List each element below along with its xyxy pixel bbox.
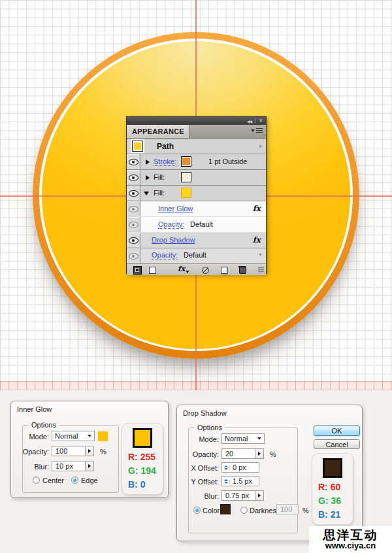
y-offset-input[interactable]: 1.5 px	[221, 476, 259, 486]
glow-rgb-swatch	[133, 428, 152, 448]
collapse-panel-icon[interactable]: ◀◀	[247, 119, 252, 124]
mode-select[interactable]: Normal	[221, 433, 265, 444]
appearance-row-fill-2[interactable]: Fill:	[127, 186, 266, 201]
stroke-detail: 1 pt Outside	[208, 158, 247, 165]
opacity-field-group: 20	[221, 448, 264, 459]
panel-menu-icon[interactable]	[251, 128, 263, 133]
visibility-toggle[interactable]	[127, 248, 140, 263]
visibility-toggle[interactable]	[127, 233, 140, 248]
close-panel-icon[interactable]: ×	[259, 118, 263, 124]
opacity-input[interactable]: 20	[221, 448, 255, 459]
eye-icon	[129, 175, 139, 181]
eye-icon	[129, 253, 139, 260]
fx-indicator-icon: fx	[253, 204, 261, 213]
expand-triangle-icon[interactable]	[146, 175, 150, 180]
dialog-title: Drop Shadow	[183, 409, 227, 417]
rgb-g-value: G: 36	[318, 495, 341, 506]
blur-label: Blur:	[11, 463, 49, 471]
options-label: Options	[29, 421, 59, 429]
appearance-row-path[interactable]: Path ▲	[127, 139, 266, 154]
y-offset-field-group: 1.5 px	[221, 476, 259, 486]
darkness-input: 100	[276, 504, 299, 514]
panel-footer: fx	[127, 263, 266, 275]
appearance-row-drop-shadow[interactable]: Drop Shadow fx	[127, 233, 266, 248]
percent-label: %	[270, 450, 276, 458]
scroll-up-icon[interactable]: ▲	[258, 143, 263, 148]
stroke-link[interactable]: Stroke:	[154, 158, 176, 166]
visibility-toggle[interactable]	[127, 201, 140, 216]
stroke-color-swatch[interactable]	[181, 156, 191, 167]
color-radio-label[interactable]: Color:	[203, 507, 221, 514]
darkness-radio[interactable]	[240, 507, 248, 514]
add-new-stroke-icon[interactable]	[133, 266, 142, 275]
fill-color-swatch[interactable]	[181, 188, 191, 198]
appearance-row-fill-1[interactable]: Fill:	[127, 170, 266, 186]
add-new-fill-icon[interactable]	[149, 267, 156, 274]
edge-radio[interactable]	[71, 477, 78, 484]
spinner-icon[interactable]	[222, 479, 230, 484]
rgb-g-value: G: 194	[128, 465, 156, 476]
cancel-button[interactable]: Cancel	[314, 439, 360, 449]
chevron-down-icon[interactable]	[85, 435, 94, 437]
center-radio-label[interactable]: Center	[42, 477, 64, 484]
rgb-r-value: R: 60	[318, 482, 340, 492]
drop-shadow-link[interactable]: Drop Shadow	[152, 236, 195, 244]
color-radio[interactable]	[193, 507, 201, 514]
appearance-row-inner-glow[interactable]: Inner Glow fx	[127, 201, 266, 217]
rgb-b-value: B: 21	[318, 509, 340, 520]
ok-button[interactable]: OK	[314, 426, 360, 436]
expand-triangle-icon[interactable]	[146, 159, 150, 165]
slider-popup-icon[interactable]	[255, 490, 264, 501]
x-offset-input[interactable]: 0 px	[221, 462, 259, 473]
inner-glow-link[interactable]: Inner Glow	[158, 205, 193, 212]
appearance-row-opacity-object[interactable]: Opacity: Default ▼	[127, 248, 266, 263]
path-label: Path	[157, 142, 174, 151]
rgb-r-value: R: 255	[128, 452, 155, 462]
opacity-link[interactable]: Opacity:	[158, 220, 184, 229]
opacity-link[interactable]: Opacity:	[152, 251, 178, 260]
opacity-label: Opacity:	[177, 450, 219, 458]
tab-appearance-label: APPEARANCE	[132, 127, 184, 135]
add-new-effect-icon[interactable]: fx	[178, 265, 189, 273]
scroll-down-icon[interactable]: ▼	[258, 252, 263, 257]
opacity-input[interactable]: 100	[52, 446, 86, 456]
visibility-toggle[interactable]	[127, 170, 140, 185]
fill-label: Fill:	[154, 173, 165, 181]
appearance-row-stroke[interactable]: Stroke: 1 pt Outside	[127, 154, 266, 170]
titlebar-divider	[255, 118, 255, 124]
blur-input[interactable]: 10 px	[52, 461, 86, 471]
visibility-toggle[interactable]	[127, 217, 140, 232]
slider-popup-icon[interactable]	[86, 446, 94, 456]
glow-color-swatch[interactable]	[98, 431, 108, 441]
blur-field-group: 0.75 px	[221, 490, 264, 501]
delete-item-icon[interactable]	[239, 267, 246, 274]
clear-appearance-icon[interactable]	[202, 267, 209, 274]
shadow-color-swatch[interactable]	[220, 504, 231, 514]
visibility-toggle[interactable]	[127, 186, 140, 201]
appearance-row-opacity-fill[interactable]: Opacity: Default	[127, 217, 266, 233]
center-radio[interactable]	[33, 477, 40, 484]
fx-indicator-icon: fx	[253, 235, 261, 244]
options-label: Options	[195, 424, 225, 431]
duplicate-item-icon[interactable]	[221, 267, 227, 274]
opacity-field-group: 100	[52, 446, 94, 456]
visibility-toggle[interactable]	[127, 154, 140, 169]
chevron-down-icon[interactable]	[255, 437, 264, 440]
darkness-percent-label: %	[302, 507, 309, 514]
panel-resize-grip[interactable]	[258, 267, 264, 273]
mode-select[interactable]: Normal	[52, 431, 95, 441]
slider-popup-icon[interactable]	[86, 461, 94, 471]
fill-gradient-swatch[interactable]	[181, 172, 191, 182]
panel-titlebar: ◀◀ ×	[127, 117, 266, 125]
eye-icon	[129, 190, 139, 197]
slider-popup-icon[interactable]	[255, 448, 264, 459]
mode-label: Mode:	[11, 433, 49, 441]
spinner-icon[interactable]	[222, 465, 230, 470]
tab-appearance[interactable]: APPEARANCE	[127, 125, 189, 138]
blur-input[interactable]: 0.75 px	[221, 490, 255, 501]
dialog-title: Inner Glow	[17, 405, 52, 413]
blur-label: Blur:	[177, 492, 219, 500]
eye-icon	[129, 222, 139, 228]
edge-radio-label[interactable]: Edge	[81, 477, 98, 484]
collapse-triangle-icon[interactable]	[144, 192, 149, 195]
